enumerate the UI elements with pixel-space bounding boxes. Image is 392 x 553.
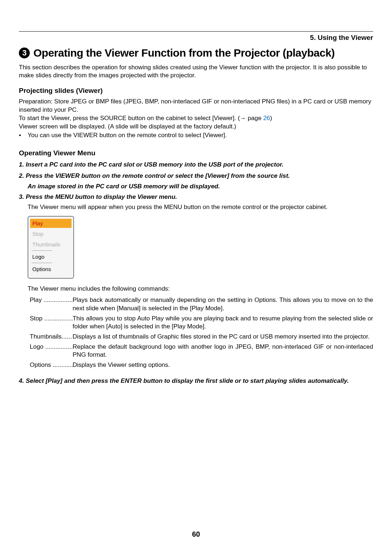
command-logo: Logo .................. Replace the defa… [30, 343, 373, 359]
page-number: 60 [0, 530, 392, 538]
step-4: 4. Select [Play] and then press the ENTE… [19, 376, 373, 386]
menu-divider [32, 250, 52, 251]
step-2-sub: An image stored in the PC card or USB me… [28, 183, 373, 190]
menu-item-thumbnails: Thumbnails [30, 240, 72, 249]
start-viewer-text: To start the Viewer, press the SOURCE bu… [19, 114, 373, 123]
command-play-desc: Plays back automatically or manually dep… [73, 296, 373, 312]
step-3-note: The Viewer menu will appear when you pre… [28, 204, 373, 211]
command-options-desc: Displays the Viewer setting options. [73, 361, 373, 369]
command-options: Options .............. Displays the View… [30, 361, 373, 369]
section-heading: 3 Operating the Viewer Function from the… [19, 47, 373, 59]
command-stop-label: Stop ................... [30, 315, 73, 323]
command-thumbnails: Thumbnails........ Displays a list of th… [30, 333, 373, 341]
viewer-menu-screenshot: Play Stop Thumbnails Logo Options [28, 216, 74, 279]
command-list: Play ................... Plays back auto… [30, 296, 373, 369]
subheading-operating-menu: Operating Viewer Menu [19, 149, 373, 157]
commands-intro: The Viewer menu includes the following c… [28, 285, 373, 292]
menu-item-stop: Stop [30, 229, 72, 238]
command-stop: Stop ................... This allows you… [30, 315, 373, 331]
preparation-text: Preparation: Store JPEG or BMP files (JP… [19, 98, 373, 114]
subheading-projecting-slides: Projecting slides (Viewer) [19, 87, 373, 95]
viewer-bullet-text: You can use the VIEWER button on the rem… [28, 132, 227, 139]
command-logo-label: Logo .................. [30, 343, 73, 351]
start-viewer-suffix: ) [270, 115, 272, 122]
section-title-text: Operating the Viewer Function from the P… [33, 47, 335, 59]
command-play-label: Play ................... [30, 296, 73, 304]
viewer-screen-text: Viewer screen will be displayed. (A slid… [19, 123, 373, 131]
step-2: 2. Press the VIEWER button on the remote… [19, 171, 373, 181]
menu-item-options: Options [30, 265, 72, 274]
page-reference-link[interactable]: 26 [263, 115, 270, 122]
command-play: Play ................... Plays back auto… [30, 296, 373, 312]
command-thumbnails-desc: Displays a list of thumbnails of Graphic… [73, 333, 373, 341]
step-1: 1. Insert a PC card into the PC card slo… [19, 160, 373, 169]
command-logo-desc: Replace the default background logo with… [73, 343, 373, 359]
command-stop-desc: This allows you to stop Auto Play while … [73, 315, 373, 331]
viewer-bullet-line: • You can use the VIEWER button on the r… [19, 132, 373, 139]
start-viewer-prefix: To start the Viewer, press the SOURCE bu… [19, 115, 263, 122]
chapter-title: 5. Using the Viewer [19, 34, 373, 42]
step-3: 3. Press the MENU button to display the … [19, 192, 373, 202]
top-rule [19, 31, 373, 32]
command-thumbnails-label: Thumbnails........ [30, 333, 73, 341]
menu-item-play: Play [30, 219, 72, 228]
intro-paragraph: This section describes the operation for… [19, 64, 373, 79]
section-number-badge: 3 [19, 48, 30, 58]
bullet-dot: • [19, 132, 24, 139]
menu-divider [32, 263, 52, 263]
menu-item-logo: Logo [30, 252, 72, 261]
command-options-label: Options .............. [30, 361, 73, 369]
